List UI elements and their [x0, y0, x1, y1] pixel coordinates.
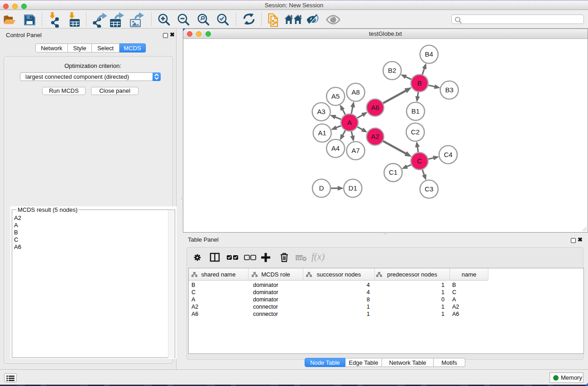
svg-text:B3: B3 — [445, 86, 453, 94]
svg-text:B: B — [417, 79, 422, 87]
svg-text:D: D — [319, 184, 324, 192]
svg-text:C1: C1 — [389, 168, 397, 176]
svg-text:B2: B2 — [388, 67, 396, 74]
svg-text:B4: B4 — [425, 50, 433, 58]
svg-text:A3: A3 — [317, 108, 325, 115]
svg-text:A6: A6 — [371, 104, 379, 111]
svg-text:A4: A4 — [331, 144, 339, 152]
svg-text:A1: A1 — [318, 129, 326, 137]
svg-text:C2: C2 — [411, 128, 420, 136]
svg-text:A2: A2 — [371, 133, 379, 140]
svg-text:D1: D1 — [349, 184, 357, 192]
svg-text:A7: A7 — [352, 147, 360, 154]
svg-text:A8: A8 — [352, 88, 360, 96]
svg-text:A: A — [347, 119, 352, 126]
svg-text:A5: A5 — [331, 92, 339, 100]
svg-text:C3: C3 — [425, 185, 433, 193]
svg-text:B1: B1 — [411, 107, 420, 115]
svg-text:C4: C4 — [444, 151, 452, 158]
svg-text:C: C — [417, 157, 422, 165]
